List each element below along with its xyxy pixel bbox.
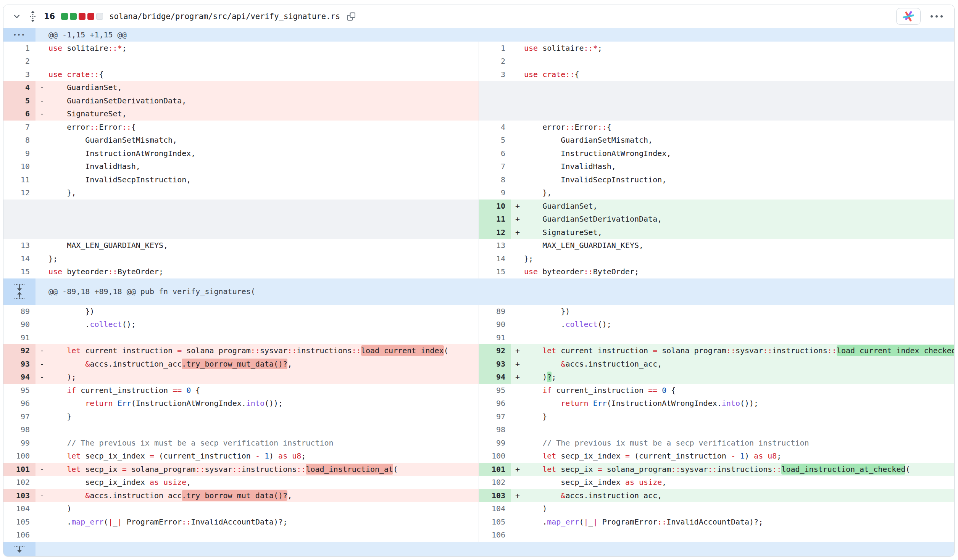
line-number[interactable]: 100 bbox=[3, 449, 35, 463]
context-line: 14}; bbox=[3, 252, 479, 266]
more-options-button[interactable] bbox=[931, 15, 943, 18]
line-number[interactable]: 8 bbox=[479, 173, 511, 187]
diff-row: 105 .map_err(|_| ProgramError::InvalidAc… bbox=[3, 515, 954, 529]
line-number[interactable]: 1 bbox=[479, 42, 511, 55]
context-line: 95 if current_instruction == 0 { bbox=[3, 384, 479, 397]
line-number[interactable]: 5 bbox=[3, 94, 35, 108]
line-number[interactable]: 1 bbox=[3, 42, 35, 55]
expand-up-button[interactable] bbox=[15, 292, 24, 299]
context-line: 106 bbox=[3, 528, 479, 542]
line-number[interactable]: 2 bbox=[479, 55, 511, 68]
line-number[interactable]: 101 bbox=[3, 463, 35, 476]
diffstat-square-neutral bbox=[96, 13, 103, 20]
code-text: }; bbox=[524, 254, 954, 263]
context-line: 1use solitaire::*; bbox=[3, 42, 479, 55]
line-number[interactable]: 97 bbox=[3, 410, 35, 423]
line-number[interactable]: 15 bbox=[479, 265, 511, 278]
line-number[interactable]: 94 bbox=[3, 370, 35, 384]
line-number[interactable]: 95 bbox=[479, 384, 511, 397]
diff-row: 4- GuardianSet, bbox=[3, 81, 954, 94]
line-number[interactable]: 101 bbox=[479, 463, 511, 476]
context-line: 2 bbox=[3, 55, 479, 68]
line-number[interactable]: 100 bbox=[479, 449, 511, 463]
context-line: 105 .map_err(|_| ProgramError::InvalidAc… bbox=[479, 515, 954, 529]
code-text: .map_err(|_| ProgramError::InvalidAccoun… bbox=[524, 517, 954, 526]
line-number[interactable]: 96 bbox=[3, 397, 35, 410]
line-number[interactable]: 96 bbox=[479, 397, 511, 410]
line-number[interactable]: 99 bbox=[479, 436, 511, 450]
line-number[interactable]: 13 bbox=[3, 239, 35, 252]
code-text: use byteorder::ByteOrder; bbox=[48, 267, 479, 276]
line-number[interactable]: 90 bbox=[3, 318, 35, 331]
line-number[interactable]: 94 bbox=[479, 370, 511, 384]
ai-review-button[interactable] bbox=[896, 8, 921, 25]
line-number[interactable]: 14 bbox=[3, 252, 35, 266]
deleted-line: 93- &accs.instruction_acc.try_borrow_mut… bbox=[3, 357, 479, 371]
diffstat-square-added bbox=[61, 13, 68, 20]
line-number[interactable]: 6 bbox=[3, 107, 35, 121]
line-number[interactable]: 5 bbox=[479, 134, 511, 147]
line-number[interactable]: 90 bbox=[479, 318, 511, 331]
line-number[interactable]: 102 bbox=[3, 476, 35, 489]
line-number[interactable]: 92 bbox=[479, 344, 511, 357]
line-number[interactable]: 95 bbox=[3, 384, 35, 397]
diff-row: 14};14}; bbox=[3, 252, 954, 266]
line-number[interactable]: 4 bbox=[479, 121, 511, 134]
copy-path-button[interactable] bbox=[346, 11, 356, 22]
line-number[interactable]: 11 bbox=[3, 173, 35, 187]
line-number[interactable]: 97 bbox=[479, 410, 511, 423]
code-text: // The previous ix must be a secp verifi… bbox=[524, 438, 954, 447]
line-number[interactable]: 9 bbox=[3, 147, 35, 160]
line-number[interactable]: 104 bbox=[479, 502, 511, 515]
line-number[interactable]: 7 bbox=[479, 160, 511, 173]
line-number[interactable]: 106 bbox=[479, 528, 511, 542]
line-number[interactable]: 99 bbox=[3, 436, 35, 450]
code-text: InvalidSecpInstruction, bbox=[524, 175, 954, 184]
diff-sign: - bbox=[35, 83, 48, 92]
line-number[interactable]: 9 bbox=[479, 186, 511, 200]
line-number[interactable]: 12 bbox=[479, 226, 511, 239]
line-number[interactable]: 104 bbox=[3, 502, 35, 515]
line-number[interactable]: 102 bbox=[479, 476, 511, 489]
line-number[interactable]: 91 bbox=[479, 331, 511, 344]
code-text: use crate::{ bbox=[48, 70, 479, 79]
expand-down-button[interactable] bbox=[15, 284, 24, 291]
line-number[interactable]: 98 bbox=[3, 423, 35, 436]
line-number[interactable]: 7 bbox=[3, 121, 35, 134]
line-number[interactable]: 91 bbox=[3, 331, 35, 344]
drag-handle-button[interactable] bbox=[28, 10, 38, 23]
line-number[interactable]: 92 bbox=[3, 344, 35, 357]
line-number[interactable]: 103 bbox=[3, 489, 35, 502]
line-number[interactable]: 3 bbox=[3, 68, 35, 81]
line-number[interactable]: 10 bbox=[3, 160, 35, 173]
line-number[interactable]: 11 bbox=[479, 212, 511, 226]
line-number[interactable]: 4 bbox=[3, 81, 35, 94]
line-number[interactable]: 93 bbox=[479, 357, 511, 371]
code-text: error::Error::{ bbox=[524, 122, 954, 132]
line-number[interactable]: 13 bbox=[479, 239, 511, 252]
diff-sign: + bbox=[511, 201, 524, 211]
line-number[interactable]: 106 bbox=[3, 528, 35, 542]
line-number[interactable]: 10 bbox=[479, 200, 511, 213]
line-number[interactable]: 105 bbox=[479, 515, 511, 529]
diff-row: 94- );94+ )?; bbox=[3, 370, 954, 384]
line-number[interactable]: 89 bbox=[3, 305, 35, 318]
line-number[interactable]: 98 bbox=[479, 423, 511, 436]
diff-row: 6- SignatureSet, bbox=[3, 107, 954, 121]
line-number[interactable]: 15 bbox=[3, 265, 35, 278]
code-text: &accs.instruction_acc, bbox=[524, 359, 954, 369]
collapse-file-button[interactable] bbox=[12, 11, 22, 21]
line-number[interactable]: 12 bbox=[3, 186, 35, 200]
line-number[interactable]: 89 bbox=[479, 305, 511, 318]
line-number[interactable]: 103 bbox=[479, 489, 511, 502]
line-number[interactable]: 6 bbox=[479, 147, 511, 160]
line-number[interactable]: 2 bbox=[3, 55, 35, 68]
line-number[interactable]: 93 bbox=[3, 357, 35, 371]
line-number[interactable]: 8 bbox=[3, 134, 35, 147]
line-number[interactable]: 3 bbox=[479, 68, 511, 81]
file-header: 16 solana/bridge/program/src/api/verify_… bbox=[3, 5, 954, 28]
expand-down-button[interactable] bbox=[15, 546, 24, 553]
line-number[interactable]: 105 bbox=[3, 515, 35, 529]
line-number[interactable]: 14 bbox=[479, 252, 511, 266]
hunk-gutter: ••• bbox=[3, 28, 35, 42]
